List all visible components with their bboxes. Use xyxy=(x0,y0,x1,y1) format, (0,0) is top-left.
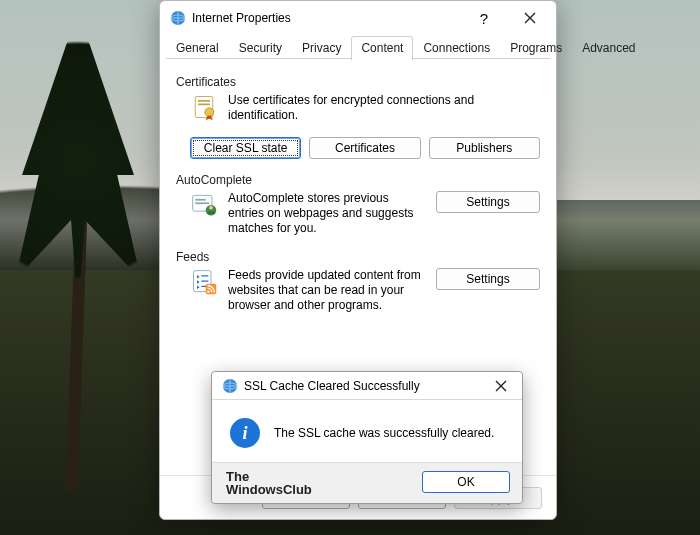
svg-point-5 xyxy=(205,108,214,117)
svg-rect-3 xyxy=(198,100,210,102)
tab-advanced[interactable]: Advanced xyxy=(572,36,645,60)
svg-rect-4 xyxy=(198,104,210,106)
close-icon xyxy=(523,11,537,25)
msg-title: SSL Cache Cleared Successfully xyxy=(244,379,480,393)
content-tab-pane: Certificates Use certificates for encryp… xyxy=(160,59,556,475)
autocomplete-icon xyxy=(190,191,218,219)
msg-ok-button[interactable]: OK xyxy=(422,471,510,493)
feeds-group-title: Feeds xyxy=(176,250,540,264)
certificates-description: Use certificates for encrypted connectio… xyxy=(228,93,540,123)
tab-connections[interactable]: Connections xyxy=(413,36,500,60)
feeds-icon xyxy=(190,268,218,296)
certificate-icon xyxy=(190,93,218,121)
publishers-button[interactable]: Publishers xyxy=(429,137,540,159)
autocomplete-settings-button[interactable]: Settings xyxy=(436,191,540,213)
watermark-line2: WindowsClub xyxy=(226,482,312,497)
clear-ssl-state-button[interactable]: Clear SSL state xyxy=(190,137,301,159)
dialog-title: Internet Properties xyxy=(192,11,458,25)
msg-text: The SSL cache was successfully cleared. xyxy=(274,426,494,440)
feeds-description: Feeds provide updated content from websi… xyxy=(228,268,426,313)
msg-footer: The WindowsClub OK xyxy=(212,462,522,503)
msg-body: i The SSL cache was successfully cleared… xyxy=(212,400,522,462)
ssl-cache-cleared-dialog: SSL Cache Cleared Successfully i The SSL… xyxy=(211,371,523,504)
tab-programs[interactable]: Programs xyxy=(500,36,572,60)
autocomplete-group-title: AutoComplete xyxy=(176,173,540,187)
tab-security[interactable]: Security xyxy=(229,36,292,60)
tab-content[interactable]: Content xyxy=(351,36,413,60)
info-icon: i xyxy=(230,418,260,448)
tab-general[interactable]: General xyxy=(166,36,229,60)
globe-icon xyxy=(170,10,186,26)
msg-close-button[interactable] xyxy=(486,375,516,397)
svg-rect-7 xyxy=(195,199,206,201)
svg-rect-8 xyxy=(195,202,209,204)
certificates-button[interactable]: Certificates xyxy=(309,137,420,159)
autocomplete-description: AutoComplete stores previous entries on … xyxy=(228,191,426,236)
tab-privacy[interactable]: Privacy xyxy=(292,36,351,60)
feeds-settings-button[interactable]: Settings xyxy=(436,268,540,290)
svg-point-13 xyxy=(207,290,209,292)
msg-titlebar[interactable]: SSL Cache Cleared Successfully xyxy=(212,372,522,400)
close-button[interactable] xyxy=(510,4,550,32)
svg-point-10 xyxy=(209,206,213,210)
wallpaper-tree xyxy=(8,10,148,490)
globe-icon xyxy=(222,378,238,394)
tab-strip: General Security Privacy Content Connect… xyxy=(160,35,556,59)
internet-properties-dialog: Internet Properties ? General Security P… xyxy=(159,0,557,520)
watermark: The WindowsClub xyxy=(226,470,312,497)
help-button[interactable]: ? xyxy=(464,4,504,32)
close-icon xyxy=(494,379,508,393)
certificates-group-title: Certificates xyxy=(176,75,540,89)
titlebar[interactable]: Internet Properties ? xyxy=(160,1,556,35)
